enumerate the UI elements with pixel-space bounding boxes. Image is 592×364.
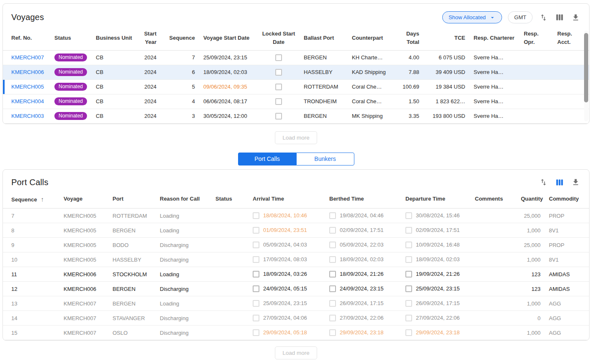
column-header-resp-opr-[interactable]: Resp. Opr. (520, 26, 553, 50)
voyage-ref-link[interactable]: KMERCH007 (11, 54, 44, 61)
column-header-locked-start-date[interactable]: Locked Start Date (258, 26, 300, 50)
column-header-status[interactable]: Status (211, 190, 249, 209)
tab-bunkers[interactable]: Bunkers (296, 153, 354, 165)
locked-start-date-checkbox[interactable] (275, 98, 282, 105)
column-header-berthed-time[interactable]: Berthed Time (325, 190, 401, 209)
locked-start-date-checkbox[interactable] (275, 84, 282, 90)
column-header-comments[interactable]: Comments (471, 190, 517, 209)
column-header-status[interactable]: Status (50, 26, 92, 50)
cell-port: BERGEN (108, 223, 156, 238)
scrollbar-thumb[interactable] (584, 33, 588, 102)
berthed-time-checkbox[interactable] (329, 300, 336, 307)
cell-comments (471, 238, 517, 252)
column-header-port[interactable]: Port (108, 190, 156, 209)
sort-rows-button[interactable] (538, 177, 548, 187)
departure-time-checkbox[interactable] (405, 300, 412, 307)
berthed-time-checkbox[interactable] (329, 256, 336, 263)
column-header-counterpart[interactable]: Counterpart (348, 26, 396, 50)
columns-button[interactable] (554, 177, 565, 188)
column-header-days-total[interactable]: Days Total (396, 26, 423, 50)
arrival-time-checkbox[interactable] (253, 271, 259, 277)
berthed-time-checkbox[interactable] (329, 329, 336, 336)
arrival-time-checkbox[interactable] (253, 315, 259, 321)
column-header-arrival-time[interactable]: Arrival Time (249, 190, 325, 209)
load-more-voyages-button[interactable]: Load more (275, 131, 317, 144)
departure-time-checkbox[interactable] (405, 315, 412, 321)
locked-start-date-checkbox[interactable] (275, 113, 282, 120)
departure-time-checkbox[interactable] (405, 256, 412, 263)
departure-time-checkbox[interactable] (405, 242, 412, 248)
berthed-time-checkbox[interactable] (329, 285, 336, 292)
download-button[interactable] (571, 13, 581, 23)
voyage-ref-link[interactable]: KMERCH004 (11, 98, 44, 104)
column-header-departure-time[interactable]: Departure Time (401, 190, 471, 209)
column-header-label: Sequence (169, 35, 195, 41)
load-more-port-calls-button[interactable]: Load more (275, 346, 317, 359)
column-header-voyage-start-date[interactable]: Voyage Start Date (199, 26, 258, 50)
port-call-table-row[interactable]: 10 KMERCH005 HASSELBY Discharging 17/09/… (3, 252, 589, 267)
arrival-time-checkbox[interactable] (253, 285, 259, 292)
show-allocated-dropdown[interactable]: Show Allocated (442, 11, 502, 23)
voyage-ref-link[interactable]: KMERCH003 (11, 113, 44, 119)
arrival-time-checkbox[interactable] (253, 242, 259, 248)
voyage-ref-link[interactable]: KMERCH006 (11, 69, 44, 75)
voyage-table-row[interactable]: KMERCH005 Nominated CB 2024 5 09/06/2024… (3, 79, 589, 94)
arrival-time-checkbox[interactable] (253, 212, 259, 219)
voyage-table-row[interactable]: KMERCH007 Nominated CB 2024 7 25/09/2024… (3, 50, 589, 65)
departure-time-checkbox[interactable] (405, 329, 412, 336)
column-header-label: Berthed Time (329, 196, 364, 202)
departure-time-checkbox[interactable] (405, 212, 412, 219)
column-header-ref-no-[interactable]: Ref. No. (3, 26, 50, 50)
column-header-voyage[interactable]: Voyage (59, 190, 108, 209)
column-header-start-year[interactable]: Start Year (137, 26, 161, 50)
voyage-ref-link[interactable]: KMERCH005 (11, 84, 44, 90)
berthed-time-checkbox[interactable] (329, 227, 336, 234)
tab-port-calls[interactable]: Port Calls (238, 153, 296, 165)
column-header-ballast-port[interactable]: Ballast Port (300, 26, 348, 50)
voyage-table-row[interactable]: KMERCH003 Nominated CB 2024 3 30/05/2024… (3, 109, 589, 123)
departure-time-checkbox[interactable] (405, 285, 412, 292)
vertical-scrollbar[interactable] (584, 31, 588, 121)
port-call-table-row[interactable]: 15 KMERCH007 OSLO Discharging 29/09/2024… (3, 326, 589, 340)
port-call-table-row[interactable]: 7 KMERCH005 ROTTERDAM Loading 18/08/2024… (3, 209, 589, 223)
sort-rows-button[interactable] (538, 13, 548, 23)
berthed-time-checkbox[interactable] (329, 242, 336, 248)
status-badge: Nominated (54, 97, 87, 105)
column-header-quantity[interactable]: Quantity (517, 190, 545, 209)
port-call-table-row[interactable]: 11 KMERCH006 STOCKHOLM Loading 18/09/202… (3, 267, 589, 282)
departure-time-checkbox[interactable] (405, 227, 412, 234)
sort-asc-icon: ↑ (41, 196, 44, 203)
column-header-business-unit[interactable]: Business Unit (92, 26, 137, 50)
arrival-time-checkbox[interactable] (253, 300, 259, 307)
column-header-reason-for-call[interactable]: Reason for Call (156, 190, 211, 209)
timezone-button[interactable]: GMT (508, 11, 533, 23)
cell-locked-start-date (258, 65, 300, 79)
locked-start-date-checkbox[interactable] (275, 69, 282, 76)
column-header-resp-charterer[interactable]: Resp. Charterer (469, 26, 520, 50)
column-header-sequence[interactable]: Sequence↑ (3, 190, 59, 209)
berthed-time-checkbox[interactable] (329, 271, 336, 277)
download-button[interactable] (571, 177, 581, 187)
columns-button[interactable] (554, 12, 565, 23)
voyage-table-row[interactable]: KMERCH004 Nominated CB 2024 4 06/06/2024… (3, 94, 589, 109)
port-call-table-row[interactable]: 8 KMERCH005 BERGEN Loading 01/09/2024, 2… (3, 223, 589, 238)
column-header-tce[interactable]: TCE (423, 26, 469, 50)
column-header-commodity[interactable]: Commodity (545, 190, 589, 209)
cell-status (211, 252, 249, 267)
arrival-time-checkbox[interactable] (253, 256, 259, 263)
arrival-time-checkbox[interactable] (253, 227, 259, 234)
port-call-table-row[interactable]: 14 KMERCH007 STAVANGER Discharging 27/09… (3, 311, 589, 326)
port-call-table-row[interactable]: 13 KMERCH007 BERGEN Loading 25/09/2024, … (3, 296, 589, 311)
berthed-time-checkbox[interactable] (329, 315, 336, 321)
locked-start-date-checkbox[interactable] (275, 54, 282, 61)
berthed-time-checkbox[interactable] (329, 212, 336, 219)
departure-time-checkbox[interactable] (405, 271, 412, 277)
column-header-label: Comments (475, 196, 503, 202)
port-call-table-row[interactable]: 12 KMERCH006 BERGEN Discharging 24/09/20… (3, 282, 589, 296)
port-call-table-row[interactable]: 9 KMERCH005 BODO Discharging 05/09/2024,… (3, 238, 589, 252)
cell-ref-no: KMERCH007 (3, 50, 50, 65)
arrival-time-checkbox[interactable] (253, 329, 259, 336)
voyage-table-row[interactable]: KMERCH006 Nominated CB 2024 6 18/09/2024… (3, 65, 589, 79)
column-header-sequence[interactable]: Sequence (161, 26, 199, 50)
column-header-label: Port (113, 196, 123, 202)
